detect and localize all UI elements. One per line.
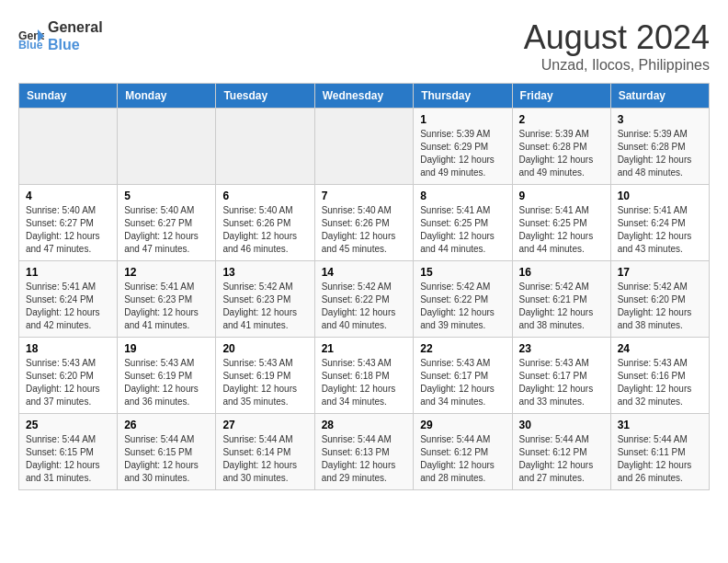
day-number: 24 bbox=[618, 342, 702, 355]
day-info: Sunrise: 5:43 AM Sunset: 6:19 PM Dayligh… bbox=[124, 357, 209, 408]
day-info: Sunrise: 5:41 AM Sunset: 6:23 PM Dayligh… bbox=[124, 281, 209, 332]
day-info: Sunrise: 5:44 AM Sunset: 6:13 PM Dayligh… bbox=[322, 433, 407, 485]
day-info: Sunrise: 5:40 AM Sunset: 6:27 PM Dayligh… bbox=[26, 204, 110, 256]
location-subtitle: Unzad, Ilocos, Philippines bbox=[524, 57, 710, 74]
day-number: 2 bbox=[519, 113, 604, 126]
calendar-week-row: 4Sunrise: 5:40 AM Sunset: 6:27 PM Daylig… bbox=[19, 185, 710, 261]
day-number: 29 bbox=[420, 419, 505, 431]
day-number: 14 bbox=[322, 266, 407, 279]
calendar-cell: 26Sunrise: 5:44 AM Sunset: 6:15 PM Dayli… bbox=[118, 414, 216, 490]
day-number: 6 bbox=[222, 190, 307, 202]
calendar-cell: 16Sunrise: 5:42 AM Sunset: 6:21 PM Dayli… bbox=[512, 261, 610, 338]
calendar-cell: 22Sunrise: 5:43 AM Sunset: 6:17 PM Dayli… bbox=[414, 338, 512, 414]
day-info: Sunrise: 5:42 AM Sunset: 6:21 PM Dayligh… bbox=[519, 281, 604, 332]
calendar-cell: 2Sunrise: 5:39 AM Sunset: 6:28 PM Daylig… bbox=[512, 109, 610, 185]
day-number: 20 bbox=[222, 342, 307, 355]
calendar-cell: 9Sunrise: 5:41 AM Sunset: 6:25 PM Daylig… bbox=[512, 185, 610, 261]
calendar-week-row: 11Sunrise: 5:41 AM Sunset: 6:24 PM Dayli… bbox=[19, 261, 710, 338]
day-number: 1 bbox=[420, 113, 505, 126]
title-area: August 2024 Unzad, Ilocos, Philippines bbox=[524, 18, 710, 74]
day-info: Sunrise: 5:39 AM Sunset: 6:29 PM Dayligh… bbox=[420, 128, 505, 179]
calendar-cell: 7Sunrise: 5:40 AM Sunset: 6:26 PM Daylig… bbox=[314, 185, 414, 261]
calendar-cell: 30Sunrise: 5:44 AM Sunset: 6:12 PM Dayli… bbox=[512, 414, 610, 490]
day-info: Sunrise: 5:39 AM Sunset: 6:28 PM Dayligh… bbox=[618, 128, 702, 179]
calendar-cell: 15Sunrise: 5:42 AM Sunset: 6:22 PM Dayli… bbox=[414, 261, 512, 338]
calendar-week-row: 25Sunrise: 5:44 AM Sunset: 6:15 PM Dayli… bbox=[19, 414, 710, 490]
calendar-cell: 20Sunrise: 5:43 AM Sunset: 6:19 PM Dayli… bbox=[216, 338, 314, 414]
calendar-cell: 14Sunrise: 5:42 AM Sunset: 6:22 PM Dayli… bbox=[314, 261, 414, 338]
day-info: Sunrise: 5:43 AM Sunset: 6:20 PM Dayligh… bbox=[26, 357, 110, 408]
day-info: Sunrise: 5:43 AM Sunset: 6:16 PM Dayligh… bbox=[618, 357, 702, 408]
logo-icon: General Blue bbox=[18, 23, 44, 49]
calendar-week-row: 1Sunrise: 5:39 AM Sunset: 6:29 PM Daylig… bbox=[19, 109, 710, 185]
calendar-cell: 12Sunrise: 5:41 AM Sunset: 6:23 PM Dayli… bbox=[118, 261, 216, 338]
weekday-header-tuesday: Tuesday bbox=[216, 84, 314, 109]
calendar-cell bbox=[216, 109, 314, 185]
calendar-cell: 18Sunrise: 5:43 AM Sunset: 6:20 PM Dayli… bbox=[19, 338, 118, 414]
calendar-cell: 25Sunrise: 5:44 AM Sunset: 6:15 PM Dayli… bbox=[19, 414, 118, 490]
calendar-week-row: 18Sunrise: 5:43 AM Sunset: 6:20 PM Dayli… bbox=[19, 338, 710, 414]
calendar-cell: 31Sunrise: 5:44 AM Sunset: 6:11 PM Dayli… bbox=[610, 414, 709, 490]
day-number: 8 bbox=[420, 190, 505, 202]
day-number: 16 bbox=[519, 266, 604, 279]
day-number: 31 bbox=[618, 419, 702, 431]
weekday-header-monday: Monday bbox=[118, 84, 216, 109]
day-info: Sunrise: 5:43 AM Sunset: 6:19 PM Dayligh… bbox=[222, 357, 307, 408]
day-number: 23 bbox=[519, 342, 604, 355]
calendar-cell: 8Sunrise: 5:41 AM Sunset: 6:25 PM Daylig… bbox=[414, 185, 512, 261]
calendar-cell: 29Sunrise: 5:44 AM Sunset: 6:12 PM Dayli… bbox=[414, 414, 512, 490]
day-info: Sunrise: 5:40 AM Sunset: 6:26 PM Dayligh… bbox=[222, 204, 307, 256]
weekday-header-thursday: Thursday bbox=[414, 84, 512, 109]
month-year-title: August 2024 bbox=[524, 18, 710, 57]
day-number: 9 bbox=[519, 190, 604, 202]
day-info: Sunrise: 5:42 AM Sunset: 6:23 PM Dayligh… bbox=[222, 281, 307, 332]
calendar-cell: 23Sunrise: 5:43 AM Sunset: 6:17 PM Dayli… bbox=[512, 338, 610, 414]
calendar-cell: 3Sunrise: 5:39 AM Sunset: 6:28 PM Daylig… bbox=[610, 109, 709, 185]
page-header: General Blue General Blue August 2024 Un… bbox=[18, 18, 710, 74]
day-info: Sunrise: 5:41 AM Sunset: 6:25 PM Dayligh… bbox=[519, 204, 604, 256]
calendar-table: SundayMondayTuesdayWednesdayThursdayFrid… bbox=[18, 83, 710, 490]
day-number: 13 bbox=[222, 266, 307, 279]
day-info: Sunrise: 5:43 AM Sunset: 6:18 PM Dayligh… bbox=[322, 357, 407, 408]
weekday-header-wednesday: Wednesday bbox=[314, 84, 414, 109]
calendar-cell: 10Sunrise: 5:41 AM Sunset: 6:24 PM Dayli… bbox=[610, 185, 709, 261]
day-info: Sunrise: 5:44 AM Sunset: 6:12 PM Dayligh… bbox=[420, 433, 505, 485]
day-info: Sunrise: 5:41 AM Sunset: 6:24 PM Dayligh… bbox=[26, 281, 110, 332]
day-number: 21 bbox=[322, 342, 407, 355]
calendar-cell: 27Sunrise: 5:44 AM Sunset: 6:14 PM Dayli… bbox=[216, 414, 314, 490]
day-info: Sunrise: 5:40 AM Sunset: 6:26 PM Dayligh… bbox=[322, 204, 407, 256]
weekday-header-sunday: Sunday bbox=[19, 84, 118, 109]
logo: General Blue General Blue bbox=[18, 18, 103, 53]
calendar-cell: 4Sunrise: 5:40 AM Sunset: 6:27 PM Daylig… bbox=[19, 185, 118, 261]
day-number: 22 bbox=[420, 342, 505, 355]
day-number: 12 bbox=[124, 266, 209, 279]
day-number: 27 bbox=[222, 419, 307, 431]
day-info: Sunrise: 5:40 AM Sunset: 6:27 PM Dayligh… bbox=[124, 204, 209, 256]
calendar-cell: 24Sunrise: 5:43 AM Sunset: 6:16 PM Dayli… bbox=[610, 338, 709, 414]
day-number: 11 bbox=[26, 266, 110, 279]
day-number: 26 bbox=[124, 419, 209, 431]
weekday-header-friday: Friday bbox=[512, 84, 610, 109]
day-info: Sunrise: 5:44 AM Sunset: 6:15 PM Dayligh… bbox=[124, 433, 209, 485]
day-number: 19 bbox=[124, 342, 209, 355]
calendar-cell: 17Sunrise: 5:42 AM Sunset: 6:20 PM Dayli… bbox=[610, 261, 709, 338]
day-info: Sunrise: 5:43 AM Sunset: 6:17 PM Dayligh… bbox=[519, 357, 604, 408]
day-number: 7 bbox=[322, 190, 407, 202]
logo-blue: Blue bbox=[48, 36, 103, 53]
calendar-cell: 28Sunrise: 5:44 AM Sunset: 6:13 PM Dayli… bbox=[314, 414, 414, 490]
calendar-cell: 13Sunrise: 5:42 AM Sunset: 6:23 PM Dayli… bbox=[216, 261, 314, 338]
calendar-cell: 6Sunrise: 5:40 AM Sunset: 6:26 PM Daylig… bbox=[216, 185, 314, 261]
weekday-header-row: SundayMondayTuesdayWednesdayThursdayFrid… bbox=[19, 84, 710, 109]
day-info: Sunrise: 5:39 AM Sunset: 6:28 PM Dayligh… bbox=[519, 128, 604, 179]
day-info: Sunrise: 5:42 AM Sunset: 6:22 PM Dayligh… bbox=[322, 281, 407, 332]
calendar-cell: 11Sunrise: 5:41 AM Sunset: 6:24 PM Dayli… bbox=[19, 261, 118, 338]
day-number: 17 bbox=[618, 266, 702, 279]
day-info: Sunrise: 5:43 AM Sunset: 6:17 PM Dayligh… bbox=[420, 357, 505, 408]
calendar-cell bbox=[19, 109, 118, 185]
day-number: 3 bbox=[618, 113, 702, 126]
day-number: 4 bbox=[26, 190, 110, 202]
calendar-cell bbox=[314, 109, 414, 185]
calendar-cell bbox=[118, 109, 216, 185]
day-number: 15 bbox=[420, 266, 505, 279]
calendar-cell: 19Sunrise: 5:43 AM Sunset: 6:19 PM Dayli… bbox=[118, 338, 216, 414]
